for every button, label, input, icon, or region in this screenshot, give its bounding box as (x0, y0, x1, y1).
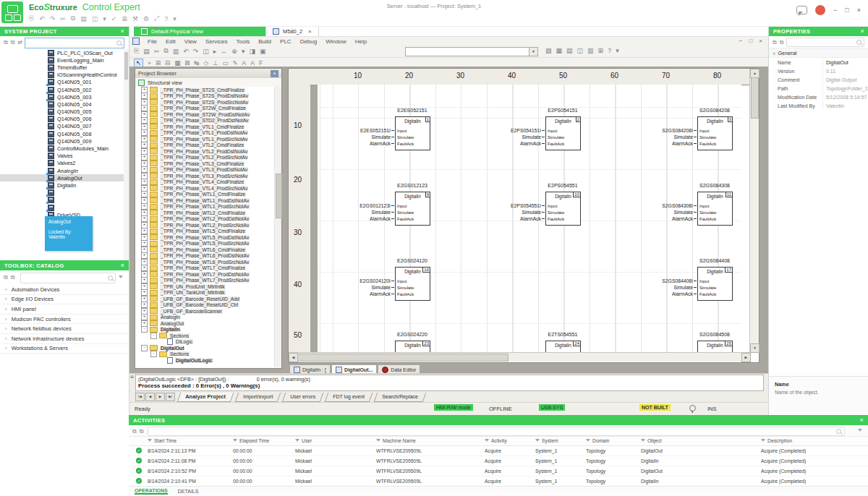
chevron-down-icon[interactable]: ▼ (529, 48, 537, 56)
browser-tree-item[interactable]: +_TPR_PH_Phase_VTL1_CmdFinalize (135, 124, 275, 130)
toolbar-icon[interactable]: ▦ (556, 47, 563, 54)
titlebar-icon[interactable]: ⚒ (132, 15, 138, 22)
column-header[interactable]: Domain (586, 438, 609, 443)
browser-tree-item[interactable]: +_TPR_PH_Phase_WTL5_CmdFinalize (135, 228, 275, 235)
tree-item[interactable]: TimeInBuffer (0, 64, 129, 71)
close-icon[interactable]: × (308, 28, 312, 35)
minimize-button[interactable]: − (833, 7, 837, 14)
browser-tree-item[interactable]: +_TPR_PH_Phase_VTL3_ProdDstNotAv (135, 167, 275, 174)
browser-tree-item[interactable]: +_TPR_PH_Phase_WTL7_ProdSrcNotAv (135, 278, 275, 284)
output-nav-button[interactable]: ◀ (145, 393, 155, 401)
output-nav-button[interactable]: ▶| (166, 393, 175, 401)
titlebar-icon[interactable]: ✂ (60, 15, 66, 22)
toolbar-icon[interactable]: ⊠ (184, 59, 190, 67)
menu-item[interactable]: Help (351, 38, 371, 45)
search-input[interactable] (25, 38, 124, 48)
column-header[interactable]: User (295, 438, 312, 443)
tree-item[interactable]: Q140N05_002 (0, 86, 129, 93)
table-row[interactable]: ✓8/14/2024 2:10:52 PM00:00:00MickaelWTFR… (129, 466, 868, 476)
toolbox-item[interactable]: ›Workstations & Servers (0, 344, 129, 354)
tree-item[interactable]: Valves2 (0, 160, 129, 167)
filter-icon[interactable] (119, 275, 123, 278)
toolbar-icon[interactable]: ? (608, 47, 611, 54)
scroll-right-icon[interactable]: ▶ (741, 353, 751, 362)
expander-icon[interactable]: - (141, 345, 148, 351)
activities-search-input[interactable] (148, 427, 845, 436)
titlebar-icon[interactable]: ⊞ (122, 15, 127, 22)
toolbar-icon[interactable]: ▨ (545, 47, 552, 54)
column-header[interactable]: Activity (485, 438, 507, 443)
expander-icon[interactable]: - (150, 333, 157, 339)
tree-item[interactable]: Q140N05_001 (0, 79, 129, 86)
property-row[interactable]: NameDigitalOut (769, 58, 868, 67)
toolbox-item[interactable]: ›Automation Devices (0, 285, 129, 295)
tree-item[interactable]: EventLogging_Main (0, 56, 129, 64)
property-row[interactable]: Version0.11 (769, 67, 868, 75)
panel-icon[interactable]: ⧉ (4, 39, 8, 46)
titlebar-icon[interactable]: ⎘ (29, 14, 34, 22)
toolbar-icon[interactable]: ⊟ (165, 59, 170, 67)
output-nav-button[interactable]: |◀ (135, 393, 145, 401)
toolbar-icon[interactable]: ⌖ (148, 59, 151, 67)
browser-tree-item[interactable]: +_TPR_PH_Phase_VTL1_ProdSrcNotAv (135, 136, 275, 142)
browser-tree-item[interactable]: +_TPR_PH_Phase_STD2_ProdDstNotAv (135, 118, 275, 124)
toolbar-icon[interactable]: ▣ (260, 48, 266, 55)
titlebar-icon[interactable]: ? (164, 15, 168, 22)
toolbox-search-input[interactable] (20, 273, 116, 283)
browser-tree-item[interactable]: +_TPR_PH_Phase_WTL2_ProdSrcNotAv (135, 222, 275, 228)
browser-tree-item[interactable]: +_TPR_PH_Phase_VTL3_ProdSrcNotAv (135, 173, 275, 179)
output-tab[interactable]: User errors (282, 393, 324, 402)
properties-search-input[interactable] (786, 38, 864, 47)
tree-item[interactable]: Valves (0, 153, 129, 160)
document-tab[interactable]: DigitalIn : [ (289, 364, 331, 373)
browser-tree-item[interactable]: +_TPR_PH_Phase_WTL7_CmdFinalize (135, 265, 275, 272)
panel-icon[interactable]: ⧉ (132, 428, 137, 435)
property-row[interactable]: CommentDigital Output (769, 75, 868, 84)
browser-tree-item[interactable]: +_TPR_PH_Phase_VTL2_ProdSrcNotAv (135, 155, 275, 161)
fbd-canvas[interactable]: E2ES0521511DigitalInInputSimulateFaultAc… (318, 85, 741, 352)
toolbar-icon[interactable]: ▤ (143, 48, 150, 55)
tree-item[interactable]: IOScanningHealthControl (0, 72, 129, 79)
tree-item[interactable] (0, 204, 129, 211)
output-log[interactable]: (DigitalOutLogic <DFB> : [DigitalOut]) :… (135, 375, 764, 391)
browser-tree-item[interactable]: +_TPR_PH_Phase_WTL6_ProdSrcNotAv (135, 259, 275, 265)
toolbar-icon[interactable]: ✂ (154, 48, 160, 55)
panel-icon[interactable]: ⧉ (11, 274, 15, 281)
browser-tree-item[interactable]: +_TPR_PH_Phase_VTL1_ProdDstNotAv (135, 130, 275, 137)
titlebar-icon[interactable]: ▾ (103, 15, 106, 22)
browser-tree-item[interactable]: +_TPR_PH_Phase_VTL2_CmdFinalize (135, 142, 275, 149)
document-tab[interactable]: DigitalOut... (331, 364, 377, 373)
toolbar-combobox[interactable]: ▼ (405, 47, 538, 56)
toolbar-icon[interactable]: ⎘ (134, 47, 139, 55)
section-general[interactable]: ∨ General (769, 48, 868, 58)
tree-item[interactable]: DigitalIn (0, 181, 129, 189)
titlebar-icon[interactable]: ⧉ (71, 14, 75, 22)
toolbar-icon[interactable]: A (250, 59, 255, 67)
tree-item[interactable]: Q140N05_004 (0, 101, 129, 108)
browser-tree-item[interactable]: +_UFB_GF_Barcode_ResetUID_Ctrl (135, 302, 275, 309)
tab-m580-2[interactable]: M580_2× (265, 26, 319, 36)
close-icon[interactable]: × (860, 27, 864, 35)
column-header[interactable]: Description (761, 438, 792, 443)
panel-icon[interactable]: ⧉ (11, 39, 15, 46)
browser-tree-item[interactable]: +_TPR_PH_Phase_ST2W_ProdDstNotAv (135, 111, 275, 118)
mdi-minimize-button[interactable]: − (739, 38, 743, 44)
browser-tree-item[interactable]: +_TPR_PH_Phase_VTL4_ProdSrcNotAv (135, 185, 275, 192)
toolbar-icon[interactable]: ⊥ (213, 59, 218, 67)
toolbar-icon[interactable]: ↔ (221, 48, 227, 55)
toolbar-icon[interactable]: ◫ (203, 48, 209, 55)
column-header[interactable]: Start Time (148, 438, 176, 443)
scrollbar-thumb[interactable] (751, 77, 759, 119)
browser-tree-item[interactable]: +_TPR_PH_Phase_VTL3_CmdFinalize (135, 161, 275, 167)
titlebar-icon[interactable]: ↶ (39, 15, 45, 22)
toolbox-item[interactable]: ›HMI panel (0, 304, 129, 315)
property-row[interactable]: Modification Date5/12/2008 5:14:57 PM (769, 93, 868, 101)
scroll-down-icon[interactable]: ▼ (750, 343, 760, 353)
titlebar-icon[interactable]: ⤢ (154, 14, 159, 22)
close-icon[interactable]: × (120, 262, 124, 269)
project-browser-titlebar[interactable]: Project Browser × (135, 69, 281, 78)
titlebar-icon[interactable]: ▾ (173, 15, 176, 22)
browser-tree-item[interactable]: +_TPR_UN_TankUnit_MtrlIntlk (135, 290, 275, 296)
tree-item[interactable]: ControlModules_Main (0, 145, 129, 152)
browser-tree-item[interactable]: -DigitalOut (135, 345, 275, 351)
